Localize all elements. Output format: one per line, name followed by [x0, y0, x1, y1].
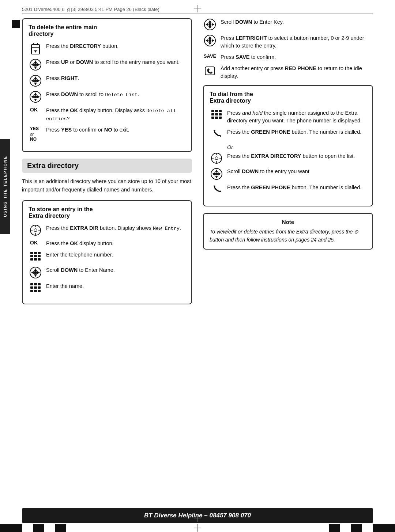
green-phone-icon-2 [210, 184, 223, 196]
side-tab-label: Using the telephone [3, 156, 7, 217]
svg-marker-63 [212, 39, 214, 42]
step-ok-extra-text: Press the OK display button. [46, 240, 114, 247]
note-text: To view/edit or delete entries from the … [210, 228, 366, 244]
svg-marker-14 [31, 79, 34, 82]
svg-rect-33 [34, 255, 37, 257]
step-ok-delete-text: Press the OK display button. Display ask… [46, 107, 185, 122]
extra-directory-heading: Extra directory [22, 159, 192, 173]
step-extra-dir-open-text: Press the EXTRA DIRECTORY button to open… [227, 152, 355, 160]
step-hold-number: Press and hold the single number assigne… [210, 109, 366, 125]
step-save: SAVE Press SAVE to confirm. [203, 53, 373, 61]
right-column: Scroll DOWN to Enter Key. Press L [203, 18, 373, 311]
svg-rect-31 [38, 252, 41, 254]
svg-marker-9 [37, 63, 40, 66]
svg-rect-67 [215, 110, 218, 112]
checker-2 [11, 524, 22, 532]
note-box: Note To view/edit or delete entries from… [203, 213, 373, 250]
svg-marker-41 [31, 271, 34, 274]
step-scroll-name-text: Scroll DOWN to Enter Name. [46, 266, 115, 274]
svg-rect-34 [38, 255, 41, 257]
svg-marker-39 [34, 268, 37, 271]
svg-marker-6 [34, 60, 37, 63]
checker-10 [362, 524, 373, 532]
checker-9 [351, 524, 362, 532]
save-label: SAVE [203, 53, 217, 59]
svg-marker-60 [208, 36, 211, 39]
checker-8 [340, 524, 351, 532]
nav-left-right-icon [203, 34, 217, 47]
svg-point-16 [34, 79, 37, 82]
checker-bar [0, 524, 395, 532]
svg-marker-56 [206, 23, 208, 26]
step-scroll-down-key: Scroll DOWN to Enter Key. [203, 18, 373, 31]
step-enter-number: Enter the telephone number. [29, 251, 185, 263]
svg-marker-19 [34, 99, 37, 101]
left-column: To delete the entire maindirectory [22, 18, 192, 311]
step-save-text: Press SAVE to confirm. [221, 53, 276, 61]
svg-rect-73 [215, 117, 218, 119]
step-hold-number-text: Press and hold the single number assigne… [227, 109, 366, 125]
svg-marker-42 [37, 271, 40, 274]
svg-rect-37 [38, 258, 41, 261]
svg-rect-72 [211, 117, 214, 119]
step-red-phone: Add another entry or press RED PHONE to … [203, 65, 373, 80]
step-directory: Press the DIRECTORY button. [29, 42, 185, 55]
svg-rect-65 [205, 67, 215, 75]
store-entry-box: To store an entry in theExtra directory … [22, 200, 192, 304]
checker-5 [44, 524, 55, 532]
svg-marker-7 [34, 66, 37, 69]
step-enter-number-text: Enter the telephone number. [46, 251, 113, 259]
delete-main-box: To delete the entire maindirectory [22, 18, 192, 152]
step-enter-name-text: Enter the name. [46, 282, 84, 290]
crosshair-bottom-center [194, 514, 201, 522]
step-scroll-entry: Scroll DOWN to the entry you want [210, 168, 366, 180]
step-right-text: Press RIGHT. [46, 75, 79, 82]
dial-from-extra-box: To dial from theExtra directory [203, 85, 373, 206]
svg-rect-44 [30, 283, 33, 285]
nav-right-icon [29, 75, 42, 87]
step-scroll-text: Press UP or DOWN to scroll to the entry … [46, 58, 180, 66]
svg-point-10 [34, 63, 37, 66]
nav-scroll-name-icon [29, 266, 42, 279]
columns-layout: To delete the entire maindirectory [22, 18, 373, 311]
svg-marker-8 [31, 63, 34, 66]
svg-point-58 [208, 23, 211, 26]
step-scroll-down-delete: Press DOWN to scroll to Delete List. [29, 91, 185, 103]
header-text: 5201 Diverse5400 u_g [3] 29/8/03 5:41 PM… [22, 7, 159, 12]
svg-rect-30 [34, 252, 37, 254]
nav-scroll-entry-icon [210, 168, 223, 180]
svg-rect-71 [219, 113, 222, 115]
svg-rect-46 [38, 283, 41, 285]
step-ok-delete: OK Press the OK display button. Display … [29, 107, 185, 122]
crosshair-top-center [194, 5, 201, 12]
extra-dir-circle-icon [29, 224, 42, 236]
checker-4 [33, 524, 44, 532]
step-delete-text: Press DOWN to scroll to Delete List. [46, 91, 139, 99]
checker-12 [384, 524, 395, 532]
svg-marker-20 [31, 95, 34, 98]
step-enter-name: Enter the name. [29, 282, 185, 294]
step-press-right: Press RIGHT. [29, 75, 185, 87]
svg-marker-18 [34, 92, 37, 95]
svg-marker-62 [206, 39, 208, 42]
svg-marker-12 [34, 76, 37, 79]
keypad-hold-icon [210, 109, 223, 121]
step-extra-dir-btn: Press the EXTRA DIR button. Display show… [29, 224, 185, 236]
svg-marker-40 [34, 274, 37, 277]
keypad-icon-name [29, 282, 42, 294]
svg-point-43 [34, 271, 37, 274]
svg-point-22 [34, 95, 37, 98]
step-yes-no: YESorNO Press YES to confirm or NO to ex… [29, 126, 185, 142]
main-content: To delete the entire maindirectory [22, 18, 373, 510]
extra-dir-open-icon [210, 152, 223, 164]
svg-marker-57 [212, 23, 214, 26]
green-phone-icon-1 [210, 128, 223, 141]
step-extra-dir-text: Press the EXTRA DIR button. Display show… [46, 224, 181, 232]
svg-marker-54 [208, 20, 211, 23]
or-text: Or [227, 144, 366, 150]
svg-rect-50 [30, 290, 33, 292]
svg-rect-66 [211, 110, 214, 112]
checker-1 [0, 524, 11, 532]
step-ok-extra: OK Press the OK display button. [29, 240, 185, 247]
svg-marker-15 [37, 79, 40, 82]
